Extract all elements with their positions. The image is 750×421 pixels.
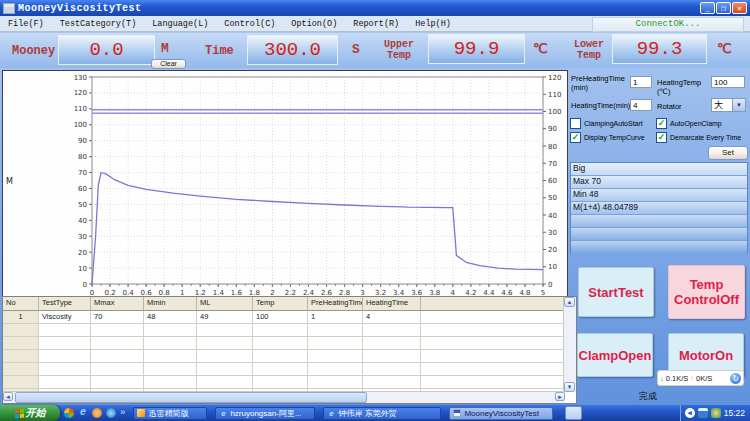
checkbox-demarcate-every-time[interactable]: ✓Demarcate Every Time (656, 132, 750, 143)
table-cell (197, 376, 253, 389)
upload-arrow-icon: ↑ (690, 374, 694, 383)
tray-app-icon[interactable] (711, 408, 721, 418)
window-icon (453, 409, 461, 417)
heating-temp-label: HeatingTemp(℃) (657, 78, 713, 96)
svg-text:70: 70 (548, 160, 557, 168)
clear-button[interactable]: Clear (151, 59, 186, 69)
browser-logo-icon[interactable]: ↻ (730, 373, 741, 384)
title-bar: MooneyViscosityTest _ ❐ ✕ (0, 0, 750, 16)
svg-text:3.8: 3.8 (429, 289, 440, 296)
taskbar-task-1[interactable]: 迅雷精简版 (133, 407, 207, 420)
svg-text:0.2: 0.2 (104, 289, 115, 296)
taskbar-task-2[interactable]: ehzruyongsan-阿里... (215, 407, 315, 420)
menu-item-reportr[interactable]: Report(R) (345, 19, 407, 29)
svg-text:4.2: 4.2 (465, 289, 476, 296)
thunder-icon (137, 409, 145, 417)
svg-text:2.6: 2.6 (321, 289, 333, 296)
quick-launch-msn-icon[interactable] (64, 408, 74, 418)
lower-temp-label-line1: Lower (574, 39, 604, 50)
svg-text:60: 60 (78, 185, 87, 193)
maximize-button[interactable]: ❐ (716, 2, 731, 14)
results-list: BigMax 70Min 48M(1+4) 48.04789 (570, 162, 748, 254)
unchecked-checkbox-icon[interactable] (570, 118, 581, 129)
horizontal-scroll-thumb[interactable] (15, 392, 367, 403)
svg-text:0.8: 0.8 (159, 289, 170, 296)
checked-checkbox-icon[interactable]: ✓ (656, 118, 667, 129)
table-cell: 49 (197, 311, 253, 324)
clamp-open-button[interactable]: ClampOpen (577, 333, 653, 377)
network-speed-monitor[interactable]: ↓ 0.1K/S ↑ 0K/S ↻ (657, 370, 744, 386)
checkbox-label: Display TempCurve (584, 134, 645, 141)
checkbox-label: ClampingAutoStart (584, 120, 643, 127)
start-button[interactable]: 开始 (0, 405, 60, 421)
quick-launch-browser-icon[interactable] (106, 408, 116, 418)
result-row-empty (571, 241, 747, 254)
collapse-chevron-icon[interactable]: ◀ (685, 408, 695, 418)
table-cell (3, 363, 39, 376)
heating-time-input[interactable] (630, 99, 652, 111)
task-label: 钟伟岸 东莞外贸 (338, 408, 396, 419)
checked-checkbox-icon[interactable]: ✓ (570, 132, 581, 143)
quick-launch-overflow-chevron[interactable]: » (120, 408, 125, 418)
minimize-button[interactable]: _ (700, 2, 715, 14)
scroll-right-button[interactable]: ► (555, 392, 565, 401)
svg-text:M: M (6, 177, 13, 186)
menu-item-controlc[interactable]: Control(C) (216, 19, 283, 29)
table-cell (3, 376, 39, 389)
menu-item-helph[interactable]: Help(H) (407, 19, 459, 29)
rotator-select[interactable]: 大 ▼ (711, 98, 746, 112)
quick-launch-wmp-icon[interactable] (92, 408, 102, 418)
table-cell: 70 (91, 311, 144, 324)
display-icon[interactable] (698, 408, 708, 418)
preheating-time-input[interactable] (630, 76, 652, 88)
start-test-button[interactable]: StartTest (578, 267, 654, 317)
table-cell (363, 376, 421, 389)
download-arrow-icon: ↓ (660, 374, 664, 383)
table-header-cell (421, 297, 565, 311)
svg-text:2.4: 2.4 (303, 289, 315, 296)
start-label: 开始 (26, 406, 46, 420)
svg-text:120: 120 (74, 89, 87, 97)
table-cell (3, 324, 39, 337)
svg-text:0: 0 (83, 281, 87, 289)
scroll-left-button[interactable]: ◄ (3, 392, 13, 401)
chevron-down-icon[interactable]: ▼ (732, 99, 745, 111)
svg-text:40: 40 (548, 212, 557, 220)
checkbox-autoopenclamp[interactable]: ✓AutoOpenClamp (656, 118, 750, 129)
table-header-cell: No (3, 297, 39, 311)
heating-temp-input[interactable] (711, 76, 745, 88)
option-checkboxes: ClampingAutoStart✓AutoOpenClamp✓Display … (570, 118, 750, 143)
menu-item-languagel[interactable]: Language(L) (144, 19, 216, 29)
floating-mini-window[interactable] (565, 406, 582, 420)
task-label: hzruyongsan-阿里... (230, 408, 301, 419)
svg-text:0: 0 (90, 289, 94, 296)
set-button[interactable]: Set (708, 146, 748, 160)
table-horizontal-scrollbar[interactable]: ◄ ► (3, 391, 565, 403)
svg-text:10: 10 (548, 263, 557, 271)
table-cell (308, 363, 363, 376)
quick-launch-ie-icon[interactable]: e (78, 408, 88, 418)
taskbar-task-3[interactable]: e钟伟岸 东莞外贸 (323, 407, 441, 420)
table-header-cell: TestType (39, 297, 91, 311)
table-cell (421, 337, 565, 350)
result-row: Max 70 (571, 176, 747, 189)
table-cell (39, 324, 91, 337)
window-controls: _ ❐ ✕ (700, 2, 747, 14)
system-tray: ◀ 15:22 (680, 405, 750, 421)
checkbox-clampingautostart[interactable]: ClampingAutoStart (570, 118, 656, 129)
table-cell (421, 324, 565, 337)
menu-item-filef[interactable]: File(F) (0, 19, 52, 29)
taskbar-task-4[interactable]: MooneyViscosityTest (449, 407, 553, 420)
time-unit: S (352, 42, 360, 57)
checked-checkbox-icon[interactable]: ✓ (656, 132, 667, 143)
menu-item-testcategoryt[interactable]: TestCategory(T) (52, 19, 145, 29)
table-row (3, 376, 565, 389)
connect-status[interactable]: ConnectOK... (592, 17, 744, 32)
table-header-cell: Temp (253, 297, 308, 311)
close-button[interactable]: ✕ (732, 2, 747, 14)
temp-control-button[interactable]: Temp ControlOff (668, 265, 745, 319)
menu-item-optiono[interactable]: Option(O) (283, 19, 345, 29)
checkbox-display-tempcurve[interactable]: ✓Display TempCurve (570, 132, 656, 143)
preheating-time-label: PreHeatingTime(min) (571, 74, 629, 92)
svg-text:2: 2 (270, 289, 274, 296)
